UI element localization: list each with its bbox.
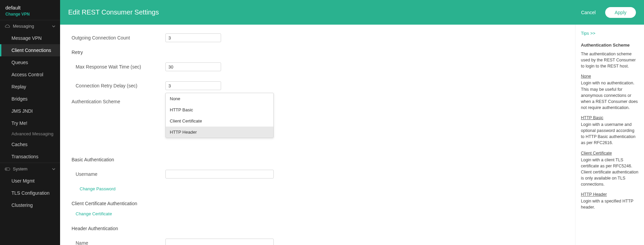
- input-outgoing-conn[interactable]: [165, 33, 221, 42]
- input-username[interactable]: [165, 170, 274, 179]
- auth-scheme-dropdown: None HTTP Basic Client Certificate HTTP …: [165, 93, 274, 138]
- sidebar-item-try-me[interactable]: Try Me!: [0, 117, 60, 129]
- tips-header-text: Login with a specified HTTP header.: [581, 198, 639, 210]
- tips-basic-label: HTTP Basic: [581, 115, 639, 120]
- label-outgoing-conn: Outgoing Connection Count: [72, 35, 165, 40]
- row-auth-scheme: Authentication Scheme None HTTP Basic Cl…: [72, 98, 567, 112]
- label-conn-retry: Connection Retry Delay (sec): [72, 83, 165, 88]
- tips-intro: The authentication scheme used by the RE…: [581, 51, 639, 69]
- sidebar-item-queues[interactable]: Queues: [0, 56, 60, 69]
- sidebar-item-user-mgmt[interactable]: User Mgmt: [0, 175, 60, 187]
- tips-none-text: Login with no authentication. This may b…: [581, 80, 639, 111]
- change-password-link[interactable]: Change Password: [72, 186, 115, 191]
- label-username: Username: [72, 171, 165, 177]
- sidebar-item-message-vpn[interactable]: Message VPN: [0, 32, 60, 44]
- tips-cert-label: Client Certificate: [581, 151, 639, 156]
- input-header-name[interactable]: [165, 239, 274, 245]
- nav-header-messaging[interactable]: Messaging: [0, 20, 60, 32]
- tips-basic-text: Login with a username and optional passw…: [581, 121, 639, 146]
- chevron-down-icon: [52, 25, 55, 28]
- cancel-button[interactable]: Cancel: [574, 6, 602, 19]
- tips-header-label: HTTP Header: [581, 192, 639, 197]
- sidebar-item-jms-jndi[interactable]: JMS JNDI: [0, 105, 60, 117]
- input-conn-retry[interactable]: [165, 81, 221, 90]
- tips-link[interactable]: Tips >>: [581, 31, 639, 36]
- nav-section-messaging: Messaging Message VPN Client Connections…: [0, 20, 60, 163]
- system-icon: [5, 167, 10, 171]
- nav-header-system[interactable]: System: [0, 163, 60, 175]
- sidebar-item-replay[interactable]: Replay: [0, 81, 60, 93]
- header-bar: Edit REST Consumer Settings Cancel Apply: [60, 0, 644, 25]
- main-area: Edit REST Consumer Settings Cancel Apply…: [60, 0, 644, 245]
- apply-button[interactable]: Apply: [605, 7, 636, 18]
- tips-cert-text: Login with a client TLS certificate as p…: [581, 157, 639, 188]
- messaging-label: Messaging: [13, 24, 34, 29]
- tips-panel: Tips >> Authentication Scheme The authen…: [575, 25, 644, 245]
- change-vpn-link[interactable]: Change VPN: [5, 12, 55, 17]
- sidebar-item-tls-config[interactable]: TLS Configuration: [0, 187, 60, 199]
- sidebar-header: default Change VPN: [0, 0, 60, 20]
- sidebar: default Change VPN Messaging Message VPN…: [0, 0, 60, 245]
- page-title: Edit REST Consumer Settings: [68, 8, 159, 16]
- row-header-name: Name: [72, 236, 567, 245]
- sidebar-item-client-connections[interactable]: Client Connections: [0, 44, 60, 56]
- nav-section-system: System User Mgmt TLS Configuration Clust…: [0, 163, 60, 211]
- sidebar-item-clustering[interactable]: Clustering: [0, 199, 60, 211]
- chevron-down-icon: [52, 167, 55, 171]
- svg-point-1: [6, 168, 7, 170]
- content-area: Outgoing Connection Count Retry Max Resp…: [60, 25, 644, 245]
- sidebar-item-access-control[interactable]: Access Control: [0, 69, 60, 81]
- system-label: System: [13, 166, 27, 171]
- advanced-messaging-label: Advanced Messaging: [0, 129, 60, 138]
- row-outgoing-conn: Outgoing Connection Count: [72, 31, 567, 45]
- tips-none-label: None: [581, 74, 639, 79]
- label-max-response: Max Response Wait Time (sec): [72, 64, 165, 70]
- row-conn-retry: Connection Retry Delay (sec): [72, 79, 567, 93]
- change-certificate-link[interactable]: Change Certificate: [72, 211, 112, 216]
- tips-title: Authentication Scheme: [581, 43, 639, 48]
- sidebar-item-caches[interactable]: Caches: [0, 138, 60, 151]
- form-area: Outgoing Connection Count Retry Max Resp…: [60, 25, 575, 245]
- label-auth-scheme: Authentication Scheme: [72, 98, 165, 104]
- section-retry: Retry: [72, 50, 567, 55]
- sidebar-item-transactions[interactable]: Transactions: [0, 151, 60, 163]
- auth-option-http-basic[interactable]: HTTP Basic: [166, 104, 273, 115]
- input-max-response[interactable]: [165, 62, 221, 71]
- section-basic-auth: Basic Authentication: [72, 157, 567, 162]
- section-client-cert: Client Certificate Authentication: [72, 201, 567, 206]
- vpn-name: default: [5, 5, 55, 10]
- label-header-name: Name: [72, 240, 165, 245]
- auth-option-none[interactable]: None: [166, 93, 273, 104]
- auth-option-http-header[interactable]: HTTP Header: [166, 127, 273, 138]
- row-max-response: Max Response Wait Time (sec): [72, 60, 567, 74]
- auth-option-client-cert[interactable]: Client Certificate: [166, 115, 273, 127]
- cloud-icon: [5, 24, 10, 28]
- row-username: Username: [72, 167, 567, 181]
- section-header-auth: Header Authentication: [72, 226, 567, 231]
- sidebar-item-bridges[interactable]: Bridges: [0, 93, 60, 105]
